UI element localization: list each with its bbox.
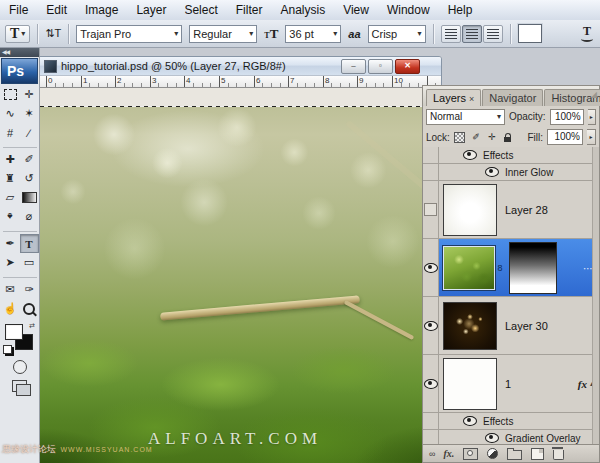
- eye-icon[interactable]: [424, 321, 438, 331]
- opacity-slider-arrow[interactable]: ▸: [588, 109, 596, 125]
- eye-column[interactable]: [423, 413, 439, 429]
- add-layer-mask-button[interactable]: [463, 448, 478, 460]
- mask-link-icon[interactable]: 8: [495, 263, 505, 273]
- history-brush-tool[interactable]: ↺: [20, 169, 39, 188]
- lock-position-button[interactable]: ✛: [486, 131, 498, 143]
- menu-item-file[interactable]: File: [0, 1, 37, 19]
- font-style-select[interactable]: Regular ▾: [189, 25, 257, 43]
- opacity-field[interactable]: 100%: [550, 109, 584, 125]
- eye-column[interactable]: [423, 430, 439, 444]
- menu-item-window[interactable]: Window: [378, 1, 439, 19]
- new-group-button[interactable]: [507, 450, 522, 460]
- menu-item-select[interactable]: Select: [175, 1, 226, 19]
- magic-wand-tool[interactable]: ✶: [20, 104, 39, 123]
- eye-column[interactable]: [423, 355, 439, 412]
- menu-item-help[interactable]: Help: [439, 1, 482, 19]
- eye-column[interactable]: [423, 181, 439, 238]
- align-right-button[interactable]: [483, 25, 503, 43]
- text-color-swatch[interactable]: [518, 24, 542, 43]
- layer-row-1[interactable]: 1 fx ▴: [423, 355, 599, 413]
- layer-28-name[interactable]: Layer 28: [505, 204, 548, 216]
- panel-scrollbar[interactable]: [592, 147, 599, 444]
- menu-item-image[interactable]: Image: [76, 1, 127, 19]
- align-left-button[interactable]: [441, 25, 461, 43]
- moss-layer-thumbnail[interactable]: [443, 246, 495, 290]
- font-size-select[interactable]: 36 pt ▾: [285, 25, 341, 43]
- clone-stamp-tool[interactable]: ♜: [1, 169, 20, 188]
- screen-mode-button[interactable]: [12, 380, 27, 392]
- blur-tool[interactable]: ♠: [1, 207, 20, 226]
- type-tool-selected[interactable]: T: [20, 234, 39, 253]
- eye-column[interactable]: [423, 164, 439, 180]
- panel-corner-icon[interactable]: ◢: [591, 90, 597, 99]
- inner-glow-row[interactable]: Inner Glow: [423, 164, 599, 181]
- slice-tool[interactable]: ∕: [20, 123, 39, 142]
- maximize-button[interactable]: ▫: [368, 59, 393, 74]
- default-colors-icon[interactable]: [3, 345, 12, 354]
- rectangular-marquee-tool[interactable]: [1, 85, 20, 104]
- dodge-tool[interactable]: ⌀: [20, 207, 39, 226]
- tab-layers[interactable]: Layers×: [426, 89, 481, 106]
- close-button[interactable]: ✕: [395, 59, 420, 74]
- layer-1-thumbnail[interactable]: [443, 358, 497, 410]
- pen-tool[interactable]: ✒: [1, 234, 20, 253]
- lock-all-button[interactable]: [502, 131, 514, 143]
- eye-icon[interactable]: [463, 150, 477, 160]
- gradient-tool[interactable]: [20, 188, 39, 207]
- menu-item-view[interactable]: View: [334, 1, 378, 19]
- type-tool-preset-button[interactable]: T ▾: [5, 25, 30, 43]
- eyedropper-tool[interactable]: ✑: [20, 280, 39, 299]
- canvas[interactable]: [32, 106, 442, 463]
- delete-layer-button[interactable]: [553, 450, 564, 460]
- eye-icon[interactable]: [463, 416, 477, 426]
- hand-tool[interactable]: ☝: [1, 299, 20, 318]
- text-orientation-icon[interactable]: ⇅T: [45, 27, 61, 40]
- tab-navigator[interactable]: Navigator: [482, 89, 543, 106]
- fill-field[interactable]: 100%: [547, 129, 583, 145]
- gradient-overlay-row[interactable]: Gradient Overlay: [423, 430, 599, 444]
- menu-item-layer[interactable]: Layer: [127, 1, 175, 19]
- warp-text-button[interactable]: T: [579, 26, 595, 42]
- brush-tool[interactable]: ✐: [20, 150, 39, 169]
- quick-mask-button[interactable]: [13, 360, 27, 374]
- adjustment-layer-button[interactable]: [487, 448, 498, 459]
- zoom-tool[interactable]: [20, 299, 39, 318]
- lock-pixels-button[interactable]: ✐: [470, 131, 482, 143]
- eye-icon[interactable]: [485, 167, 499, 177]
- lasso-tool[interactable]: ∿: [1, 104, 20, 123]
- effects-header-row[interactable]: Effects: [423, 147, 599, 164]
- blend-mode-select[interactable]: Normal ▾: [426, 109, 505, 125]
- eye-icon[interactable]: [485, 433, 499, 443]
- toolbox-collapse-arrows-icon[interactable]: ◀◀: [0, 48, 39, 57]
- layer-row-selected[interactable]: 8 ⋯: [423, 239, 599, 297]
- move-tool[interactable]: ✛: [20, 85, 39, 104]
- menu-item-analysis[interactable]: Analysis: [271, 1, 334, 19]
- path-selection-tool[interactable]: ➤: [1, 253, 20, 272]
- align-center-button[interactable]: [462, 25, 482, 43]
- swap-colors-icon[interactable]: ⇄: [29, 322, 35, 330]
- minimize-button[interactable]: –: [341, 59, 366, 74]
- document-title-bar[interactable]: hippo_tutorial.psd @ 50% (Layer 27, RGB/…: [31, 57, 441, 75]
- crop-tool[interactable]: #: [1, 123, 20, 142]
- new-layer-button[interactable]: [531, 448, 544, 460]
- eye-icon[interactable]: [424, 379, 438, 389]
- font-family-select[interactable]: Trajan Pro ▾: [76, 25, 182, 43]
- lock-transparency-button[interactable]: [454, 131, 466, 143]
- shape-tool[interactable]: ▭: [20, 253, 39, 272]
- eye-column[interactable]: [423, 297, 439, 354]
- eye-column[interactable]: [423, 147, 439, 163]
- eye-column[interactable]: [423, 239, 439, 296]
- menu-item-filter[interactable]: Filter: [227, 1, 272, 19]
- layer-30-thumbnail[interactable]: [443, 302, 497, 350]
- layer-1-name[interactable]: 1: [505, 378, 511, 390]
- eye-icon[interactable]: [424, 263, 438, 273]
- foreground-color-swatch[interactable]: [5, 324, 23, 340]
- menu-item-edit[interactable]: Edit: [37, 1, 76, 19]
- fx-icon[interactable]: fx: [578, 378, 587, 390]
- eraser-tool[interactable]: ▱: [1, 188, 20, 207]
- tab-close-icon[interactable]: ×: [469, 94, 474, 104]
- layer-28-thumbnail[interactable]: [443, 184, 497, 236]
- hidden-eye-checkbox[interactable]: [424, 203, 437, 216]
- anti-alias-select[interactable]: Crisp ▾: [368, 25, 426, 43]
- add-layer-style-button[interactable]: fx.: [443, 448, 454, 459]
